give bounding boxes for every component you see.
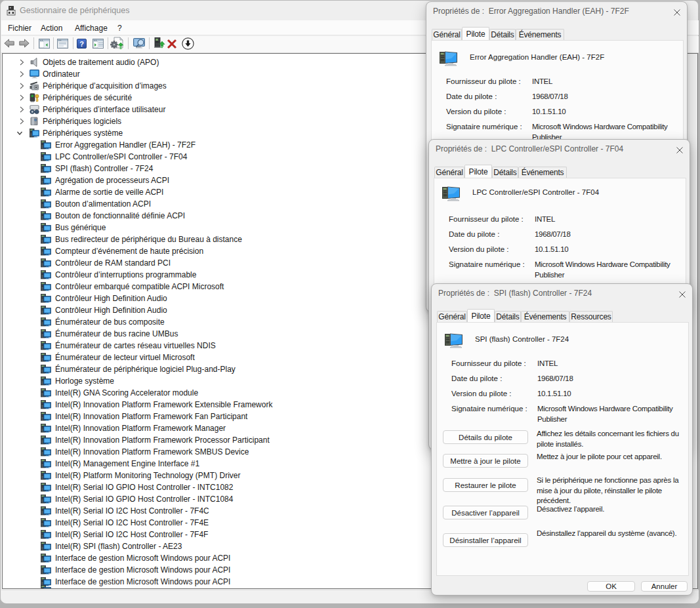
svg-text:?: ?	[79, 40, 84, 48]
